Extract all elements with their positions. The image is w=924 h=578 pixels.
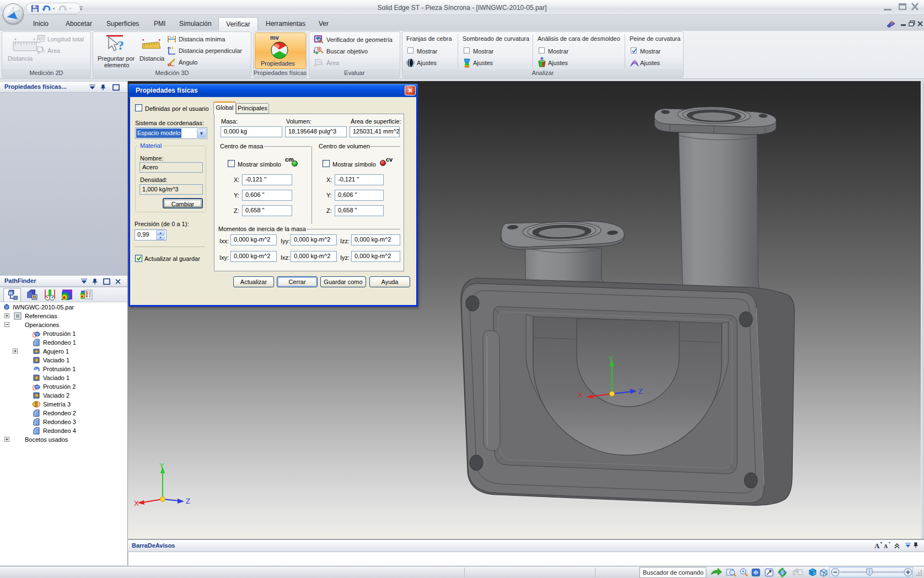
svg-text:Z: Z [186,497,190,505]
svg-text:A: A [884,543,888,549]
svg-text:Y: Y [159,462,164,470]
svg-text:A: A [874,542,880,550]
svg-text:Z: Z [638,387,643,395]
svg-text:?: ? [117,38,124,52]
svg-text:?: ? [890,20,893,26]
svg-text:Y: Y [609,355,614,363]
svg-text:X: X [578,391,583,399]
svg-text:X: X [134,499,139,507]
